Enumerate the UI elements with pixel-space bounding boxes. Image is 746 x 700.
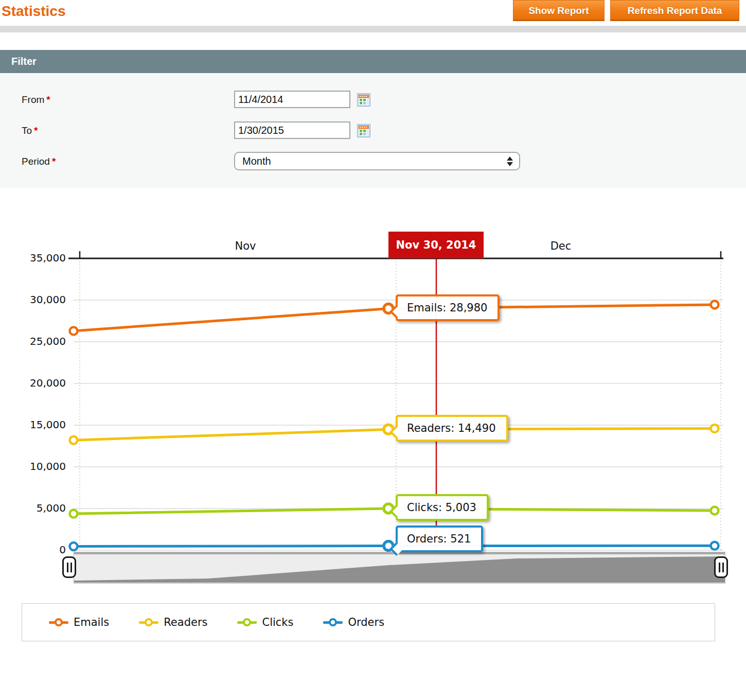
y-axis-label: 0 — [0, 544, 66, 556]
right-range-handle[interactable] — [714, 556, 728, 578]
legend-line-marker-icon — [49, 618, 68, 626]
period-select-value: Month — [242, 155, 271, 167]
tooltip-arrow — [389, 425, 403, 439]
legend-item-orders: Orders — [323, 616, 384, 628]
tooltip-arrow — [389, 504, 403, 518]
refresh-report-data-button[interactable]: Refresh Report Data — [610, 0, 739, 21]
highlighted-date-badge: Nov 30, 2014 — [388, 232, 484, 258]
y-axis-label: 35,000 — [0, 252, 66, 264]
statistics-line-chart — [0, 226, 746, 556]
legend-label: Emails — [74, 616, 109, 628]
left-range-handle[interactable] — [62, 556, 76, 578]
y-axis-label: 30,000 — [0, 293, 66, 306]
period-label: Period* — [22, 156, 56, 167]
to-label: To* — [22, 125, 38, 136]
legend-label: Orders — [348, 616, 384, 628]
tooltip-text: Clicks: 5,003 — [407, 501, 476, 514]
to-date-input[interactable] — [234, 121, 350, 139]
tooltip-readers: Readers: 14,490 — [396, 415, 508, 442]
y-axis-label: 10,000 — [0, 460, 66, 472]
grip-icon — [70, 563, 72, 572]
y-axis-label: 5,000 — [0, 502, 66, 514]
legend-line-marker-icon — [139, 618, 158, 626]
statistics-page: Statistics Show Report Refresh Report Da… — [0, 0, 746, 700]
range-selector-track[interactable] — [74, 552, 725, 584]
filter-panel-header: Filter — [0, 50, 746, 73]
grip-icon — [719, 563, 720, 572]
grip-icon — [722, 563, 724, 572]
required-asterisk: * — [46, 94, 50, 105]
tooltip-emails: Emails: 28,980 — [396, 294, 500, 321]
legend-line-marker-icon — [237, 618, 257, 626]
from-calendar-button[interactable] — [357, 93, 370, 107]
from-date-input[interactable] — [234, 91, 350, 108]
tooltip-text: Readers: 14,490 — [407, 422, 496, 434]
navigator-area-chart — [74, 554, 725, 583]
x-axis-label-nov: Nov — [215, 240, 276, 252]
period-select[interactable]: Month — [234, 152, 520, 170]
page-title: Statistics — [2, 3, 66, 20]
legend-label: Readers — [164, 616, 207, 628]
legend-line-marker-icon — [323, 618, 343, 626]
show-report-button[interactable]: Show Report — [513, 0, 605, 21]
tooltip-arrow — [389, 305, 403, 319]
legend-item-readers: Readers — [139, 616, 207, 628]
to-calendar-button[interactable] — [357, 124, 370, 137]
tooltip-orders: Orders: 521 — [396, 526, 483, 552]
filter-panel-title: Filter — [11, 56, 37, 67]
y-axis-label: 15,000 — [0, 418, 66, 431]
required-asterisk: * — [52, 156, 56, 167]
tooltip-text: Orders: 521 — [407, 533, 471, 545]
required-asterisk: * — [34, 125, 38, 136]
y-axis-label: 25,000 — [0, 335, 66, 347]
tooltip-text: Emails: 28,980 — [407, 302, 487, 314]
grip-icon — [67, 563, 68, 572]
calendar-icon — [357, 124, 370, 137]
filter-panel: From* To* — [0, 73, 746, 188]
calendar-icon — [357, 93, 370, 107]
from-label: From* — [22, 94, 50, 106]
y-axis-label: 20,000 — [0, 377, 66, 389]
legend-item-clicks: Clicks — [237, 616, 293, 628]
legend-label: Clicks — [262, 616, 293, 628]
legend-item-emails: Emails — [49, 616, 109, 628]
select-arrows-icon — [507, 156, 513, 166]
chart-legend: EmailsReadersClicksOrders — [22, 603, 715, 641]
header-divider — [0, 26, 746, 32]
tooltip-clicks: Clicks: 5,003 — [396, 494, 489, 521]
x-axis-label-dec: Dec — [530, 240, 592, 252]
